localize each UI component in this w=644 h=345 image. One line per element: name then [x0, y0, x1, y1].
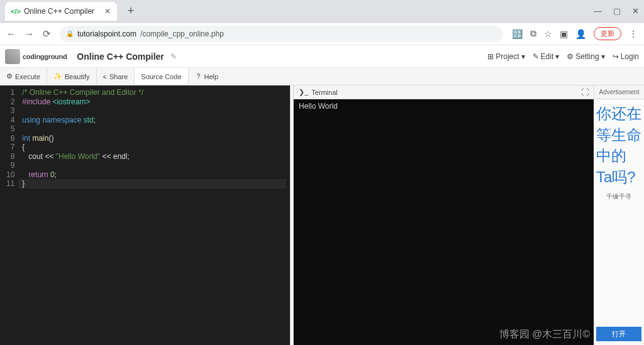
- editor-pane: 1234567891011 /* Online C++ Compiler and…: [0, 85, 290, 345]
- terminal-pane: ❯_ Terminal ⛶ Hello World: [294, 85, 594, 345]
- new-tab-button[interactable]: +: [123, 4, 138, 18]
- browser-tab-strip: </> Online C++ Compiler ✕ + — ▢ ✕: [0, 0, 644, 23]
- menu-icon[interactable]: ⋮: [629, 29, 638, 39]
- page-title: Online C++ Compiler: [77, 52, 164, 62]
- beautify-button[interactable]: ✨ Beautify: [47, 68, 97, 85]
- code-editor[interactable]: 1234567891011 /* Online C++ Compiler and…: [0, 85, 290, 345]
- url-host: tutorialspoint.com: [77, 30, 136, 38]
- ad-subtext: 千缘千寻: [606, 192, 631, 201]
- app-header: codingground Online C++ Compiler ✎ ⊞ Pro…: [0, 45, 644, 68]
- code-body[interactable]: /* Online C++ Compiler and Editor */#inc…: [18, 85, 290, 345]
- terminal-icon: ❯_: [299, 88, 308, 96]
- lock-icon: 🔒: [66, 30, 74, 37]
- terminal-header: ❯_ Terminal ⛶: [294, 85, 594, 99]
- browser-actions: 🔠 ⧉ ☆ ▣ 👤 更新 ⋮: [512, 27, 638, 40]
- terminal-title: Terminal: [311, 89, 338, 96]
- tab-favicon: </>: [11, 7, 20, 16]
- window-close-icon[interactable]: ✕: [632, 6, 639, 16]
- execute-button[interactable]: ⚙ Execute: [0, 68, 47, 85]
- translate-icon[interactable]: 🔠: [512, 29, 523, 39]
- browser-address-bar: ← → ⟳ 🔒 tutorialspoint.com/compile_cpp_o…: [0, 23, 644, 45]
- reading-list-icon[interactable]: ▣: [560, 29, 568, 39]
- profile-icon[interactable]: 👤: [575, 29, 586, 39]
- logo-icon: [5, 49, 20, 64]
- window-minimize-icon[interactable]: —: [594, 6, 602, 16]
- logo-text: codingground: [23, 53, 67, 60]
- line-gutter: 1234567891011: [0, 85, 18, 345]
- bookmark-icon[interactable]: ☆: [544, 29, 552, 39]
- back-button[interactable]: ←: [6, 28, 16, 39]
- update-button[interactable]: 更新: [594, 27, 621, 40]
- ad-pane: Advertisement 你还在等生命中的Ta吗? 千缘千寻 打开: [594, 85, 644, 345]
- terminal-output[interactable]: Hello World: [294, 99, 594, 345]
- edit-menu[interactable]: ✎ Edit ▾: [533, 52, 560, 61]
- ad-header: Advertisement: [594, 85, 644, 99]
- tab-title: Online C++ Compiler: [24, 7, 94, 16]
- editor-toolbar: ⚙ Execute ✨ Beautify < Share Source Code…: [0, 68, 644, 85]
- source-code-tab[interactable]: Source Code: [135, 68, 188, 85]
- browser-tab[interactable]: </> Online C++ Compiler ✕: [5, 2, 117, 21]
- login-button[interactable]: ↪ Login: [613, 52, 639, 61]
- forward-button[interactable]: →: [25, 28, 34, 39]
- setting-menu[interactable]: ⚙ Setting ▾: [567, 52, 604, 61]
- help-button[interactable]: ？ Help: [189, 68, 225, 85]
- ad-text: 你还在等生命中的Ta吗?: [596, 103, 641, 187]
- site-logo[interactable]: codingground: [5, 49, 67, 64]
- rename-icon[interactable]: ✎: [170, 52, 177, 61]
- main-content: 1234567891011 /* Online C++ Compiler and…: [0, 85, 644, 345]
- url-path: /compile_cpp_online.php: [140, 30, 224, 38]
- extension-icon[interactable]: ⧉: [530, 28, 536, 39]
- share-button[interactable]: < Share: [97, 68, 135, 85]
- close-tab-icon[interactable]: ✕: [104, 7, 111, 16]
- project-menu[interactable]: ⊞ Project ▾: [487, 52, 525, 61]
- window-maximize-icon[interactable]: ▢: [613, 6, 621, 16]
- ad-body[interactable]: 你还在等生命中的Ta吗? 千缘千寻 打开: [594, 99, 644, 345]
- ad-open-button[interactable]: 打开: [596, 327, 641, 341]
- maximize-terminal-icon[interactable]: ⛶: [581, 88, 589, 97]
- url-input[interactable]: 🔒 tutorialspoint.com/compile_cpp_online.…: [60, 26, 503, 42]
- reload-button[interactable]: ⟳: [43, 28, 51, 40]
